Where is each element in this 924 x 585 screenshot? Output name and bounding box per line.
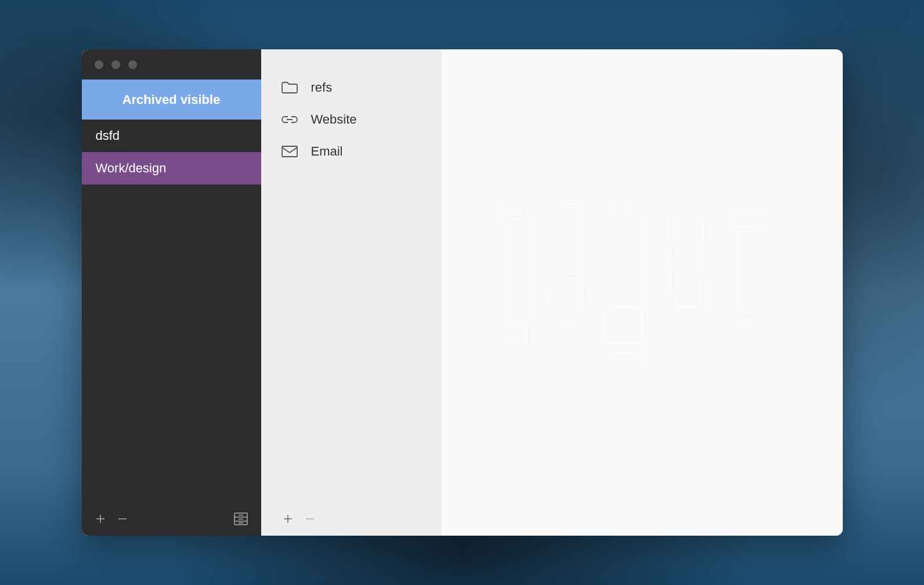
list-item-refs[interactable]: refs: [261, 71, 442, 103]
minus-icon: [304, 513, 316, 525]
svg-rect-10: [282, 146, 297, 157]
folder-icon: [281, 81, 298, 95]
svg-rect-21: [607, 310, 645, 340]
plus-icon: [95, 513, 106, 525]
watermark-illustration: [491, 194, 793, 392]
list-item-label: refs: [311, 80, 333, 95]
archived-visible-banner[interactable]: Archived visible: [82, 80, 261, 120]
footer-left-group: [95, 513, 128, 525]
svg-rect-19: [613, 212, 639, 374]
maximize-window-button[interactable]: [128, 60, 137, 69]
sidebar: Archived visible dsfd Work/design: [82, 49, 261, 536]
content-panel: [442, 49, 843, 536]
middle-footer: [261, 502, 442, 536]
plus-icon: [282, 513, 294, 525]
svg-point-25: [671, 238, 706, 290]
archive-button[interactable]: [233, 512, 248, 526]
middle-panel: refs Website: [261, 49, 442, 536]
remove-item-button[interactable]: [304, 513, 316, 525]
list-item-label: Website: [311, 112, 357, 127]
minimize-window-button[interactable]: [111, 60, 120, 69]
list-item-website[interactable]: Website: [261, 103, 442, 135]
item-list: refs Website: [261, 49, 442, 502]
svg-rect-16: [500, 322, 529, 345]
svg-point-15: [504, 201, 525, 222]
minus-icon: [117, 513, 128, 525]
banner-label: Archived visible: [122, 92, 221, 107]
remove-button[interactable]: [117, 513, 128, 525]
svg-rect-17: [555, 206, 584, 322]
list-item-label: Email: [311, 144, 343, 159]
list-item-email[interactable]: Email: [261, 135, 442, 167]
archive-icon: [233, 512, 248, 526]
titlebar: [82, 49, 261, 80]
sidebar-list: dsfd Work/design: [82, 120, 261, 502]
sidebar-item-dsfd[interactable]: dsfd: [82, 120, 261, 152]
mail-icon: [281, 145, 298, 158]
app-window: Archived visible dsfd Work/design: [82, 49, 843, 536]
close-window-button[interactable]: [95, 60, 103, 69]
add-item-button[interactable]: [282, 513, 294, 525]
svg-rect-26: [735, 223, 755, 316]
sidebar-item-label: dsfd: [96, 128, 120, 143]
sidebar-footer: [82, 502, 261, 536]
sidebar-item-work-design[interactable]: Work/design: [82, 152, 261, 185]
add-button[interactable]: [95, 513, 106, 525]
svg-point-20: [617, 200, 634, 218]
svg-point-18: [552, 276, 587, 322]
svg-rect-14: [503, 218, 526, 322]
svg-rect-27: [726, 212, 764, 229]
link-icon: [281, 115, 298, 124]
sidebar-item-label: Work/design: [96, 161, 167, 176]
